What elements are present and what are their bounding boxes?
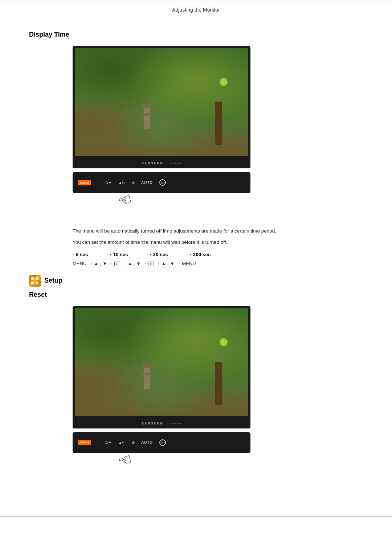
ctrl-item-3: ⊕ bbox=[132, 181, 135, 185]
dot-10 bbox=[180, 423, 181, 424]
dot-5 bbox=[180, 163, 181, 164]
control-bar-1: MENU ⊡/▼ ▲/○ ⊕ AUTO ⏻ bbox=[73, 172, 250, 193]
monitor-image-wrapper: SAMSUNG bbox=[73, 46, 250, 168]
option-20sec: • 20 sec bbox=[150, 252, 168, 257]
footer-bar bbox=[0, 516, 392, 517]
green-circle-icon bbox=[220, 78, 228, 86]
ctrl-divider-2 bbox=[98, 437, 98, 448]
monitor-garden-2 bbox=[75, 308, 248, 416]
content-area: Display Time SAMSUNG bbox=[0, 16, 392, 502]
option-label-4: 200 sec bbox=[193, 252, 211, 257]
bullet-3: • bbox=[150, 253, 151, 256]
monitor-display-1 bbox=[73, 46, 250, 158]
description-text-2: You can set the amount of time the menu … bbox=[73, 238, 363, 247]
ctrl-power-2: ⏻ bbox=[159, 439, 166, 446]
ctrl-power-1: ⏻ bbox=[159, 179, 166, 186]
svg-rect-2 bbox=[31, 282, 34, 284]
ctrl-item-4: ⊡/▼ bbox=[105, 440, 112, 444]
bullet-4: • bbox=[190, 253, 191, 256]
bullet-2: • bbox=[110, 253, 111, 256]
tree-trunk-icon-2 bbox=[215, 362, 222, 405]
tree-trunk-icon bbox=[215, 102, 222, 145]
dot-3 bbox=[175, 163, 176, 164]
enter-sym-2: ↵ bbox=[148, 262, 154, 266]
setup-header: Setup bbox=[29, 275, 363, 287]
monitor-base-bar-1: SAMSUNG bbox=[73, 158, 250, 168]
samsung-logo-2: SAMSUNG bbox=[142, 422, 163, 425]
display-time-title: Display Time bbox=[29, 31, 363, 38]
control-bar-wrapper-1: MENU ⊡/▼ ▲/○ ⊕ AUTO ⏻ bbox=[73, 172, 363, 216]
setup-grid-svg bbox=[31, 277, 39, 285]
menu-button-2[interactable]: MENU bbox=[78, 440, 91, 445]
description-text-1: The menu will be automatically turned of… bbox=[73, 227, 363, 235]
reset-title: Reset bbox=[29, 291, 363, 299]
dot-6 bbox=[170, 423, 171, 424]
option-200sec: • 200 sec bbox=[190, 252, 211, 257]
dot-1 bbox=[170, 163, 171, 164]
dot-7 bbox=[172, 423, 174, 424]
setup-section: Setup Reset SAMSUNG bbox=[29, 275, 363, 476]
dot-2 bbox=[172, 163, 174, 164]
menu-button-1[interactable]: MENU bbox=[78, 180, 91, 185]
pagoda-icon bbox=[144, 107, 150, 129]
pagoda-icon-2 bbox=[144, 367, 150, 389]
monitor-dots-2 bbox=[170, 423, 181, 424]
green-circle-icon-2 bbox=[220, 338, 228, 346]
enter-sym-1: ↵ bbox=[114, 262, 120, 266]
ctrl-item-6: ⊕ bbox=[132, 440, 135, 444]
dot-9 bbox=[177, 423, 179, 424]
option-label-2: 10 sec bbox=[113, 252, 128, 257]
svg-rect-3 bbox=[36, 282, 38, 284]
option-label-1: 5 sec bbox=[76, 252, 88, 257]
bullet-1: • bbox=[73, 253, 74, 256]
ctrl-item-1: ⊡/▼ bbox=[105, 181, 112, 185]
monitor-display-2 bbox=[73, 306, 250, 418]
menu-path-1: MENU → ▲ , ▼ → ↵ → ▲ , ▼ → ↵ → ▲ , ▼ → M… bbox=[73, 261, 363, 266]
svg-rect-0 bbox=[31, 277, 34, 280]
ctrl-minus-2: — bbox=[174, 440, 179, 446]
ctrl-minus-1: — bbox=[174, 180, 179, 185]
header-bar: Adjusting the Monitor bbox=[0, 0, 392, 16]
ctrl-item-5: ▲/○ bbox=[118, 440, 125, 444]
option-10sec: • 10 sec bbox=[110, 252, 128, 257]
svg-rect-1 bbox=[36, 277, 38, 280]
ctrl-divider-1 bbox=[98, 177, 98, 188]
dot-8 bbox=[175, 423, 176, 424]
options-row: • 5 sec • 10 sec • 20 sec • 200 sec bbox=[73, 252, 363, 257]
header-title: Adjusting the Monitor bbox=[172, 7, 220, 13]
monitor-dots-1 bbox=[170, 163, 181, 164]
control-bar-wrapper-2: MENU ⊡/▼ ▲/○ ⊕ AUTO ⏻ bbox=[73, 432, 363, 476]
ctrl-auto-1: AUTO bbox=[141, 181, 153, 185]
setup-icon bbox=[29, 275, 41, 287]
page-container: Adjusting the Monitor Display Time SAMSU… bbox=[0, 0, 392, 554]
option-label-3: 20 sec bbox=[153, 252, 168, 257]
ctrl-auto-2: AUTO bbox=[141, 440, 153, 444]
display-time-section: Display Time SAMSUNG bbox=[29, 31, 363, 266]
monitor-base-bar-2: SAMSUNG bbox=[73, 418, 250, 428]
samsung-logo-1: SAMSUNG bbox=[142, 161, 163, 165]
setup-title: Setup bbox=[44, 277, 62, 284]
option-5sec: • 5 sec bbox=[73, 252, 88, 257]
dot-4 bbox=[177, 163, 179, 164]
ctrl-item-2: ▲/○ bbox=[118, 181, 125, 185]
control-bar-2: MENU ⊡/▼ ▲/○ ⊕ AUTO ⏻ bbox=[73, 432, 250, 453]
monitor-garden-1 bbox=[75, 48, 248, 156]
monitor-image-wrapper-2: SAMSUNG bbox=[73, 306, 250, 428]
